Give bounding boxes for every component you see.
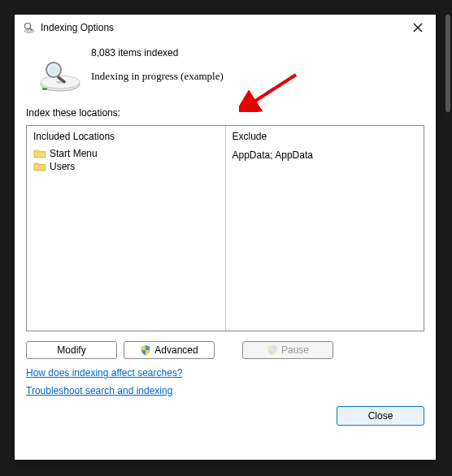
svg-rect-10	[42, 88, 47, 90]
svg-point-0	[24, 29, 34, 33]
indexing-options-dialog: Indexing Options	[15, 15, 436, 460]
advanced-button[interactable]: Advanced	[124, 341, 215, 359]
svg-point-1	[25, 24, 31, 29]
location-row[interactable]: Users	[32, 160, 220, 173]
help-link-searches[interactable]: How does indexing affect searches?	[26, 367, 183, 379]
items-indexed-text: 8,083 items indexed	[91, 47, 224, 58]
close-button[interactable]: Close	[337, 406, 424, 426]
included-locations-header: Included Locations	[27, 126, 225, 147]
exclude-header: Exclude	[226, 126, 424, 147]
pause-label: Pause	[281, 344, 309, 356]
scrollbar-thumb[interactable]	[445, 15, 450, 112]
uac-shield-icon	[140, 344, 151, 356]
indexing-progress-text: Indexing in progress (example)	[91, 70, 224, 83]
troubleshoot-link[interactable]: Troubleshoot search and indexing	[26, 385, 172, 396]
pause-button: Pause	[242, 341, 333, 359]
status-block: 8,083 items indexed Indexing in progress…	[26, 47, 424, 93]
folder-icon	[33, 148, 46, 159]
window-close-button[interactable]	[408, 18, 428, 37]
location-name: Users	[50, 161, 75, 172]
folder-icon	[33, 161, 46, 172]
location-name: Start Menu	[50, 148, 98, 159]
exclude-value: AppData; AppData	[231, 149, 419, 162]
disk-search-icon	[39, 58, 81, 93]
modify-button[interactable]: Modify	[26, 341, 117, 359]
locations-listbox[interactable]: Included Locations Start Menu Users	[26, 125, 424, 331]
location-row[interactable]: Start Menu	[32, 147, 220, 160]
uac-shield-icon	[267, 344, 278, 356]
locations-label: Index these locations:	[26, 107, 424, 119]
close-icon	[413, 23, 423, 32]
dialog-title: Indexing Options	[41, 22, 114, 33]
titlebar: Indexing Options	[15, 15, 436, 39]
indexing-icon	[23, 21, 36, 34]
advanced-label: Advanced	[154, 344, 198, 356]
svg-point-12	[49, 65, 59, 75]
